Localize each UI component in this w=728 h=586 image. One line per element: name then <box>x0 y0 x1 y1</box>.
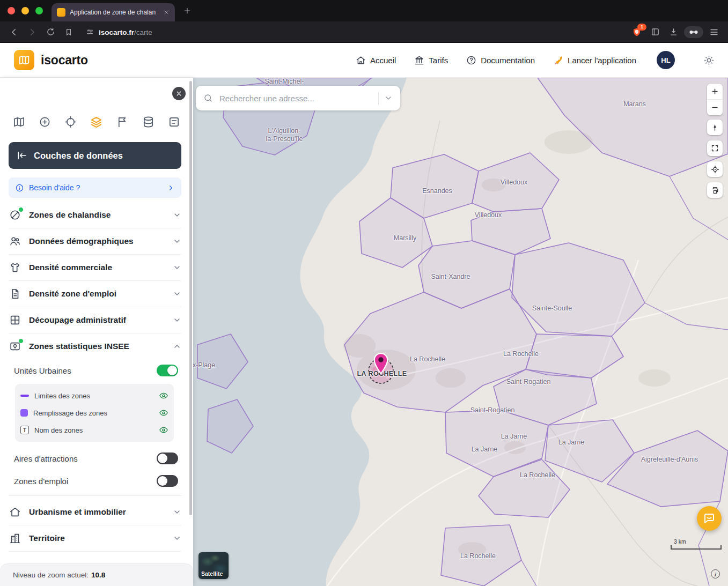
vpn-button[interactable] <box>684 26 703 38</box>
chevron-up-icon <box>173 342 181 351</box>
section-decoupage-administratif[interactable]: Découpage administratif <box>9 307 181 333</box>
grid-icon <box>9 314 21 327</box>
people-icon <box>9 235 21 248</box>
nav-tarifs[interactable]: Tarifs <box>414 55 448 65</box>
download-icon[interactable] <box>666 25 681 39</box>
section-zones-de-chalandise[interactable]: Zones de chalandise <box>9 202 181 228</box>
map-canvas[interactable] <box>193 78 728 586</box>
chevron-down-icon <box>173 211 181 219</box>
section-territoire[interactable]: Territoire <box>9 525 181 552</box>
basemap-toggle[interactable]: Satellite <box>198 552 229 579</box>
zones-emploi-toggle[interactable] <box>157 475 178 487</box>
print-button[interactable] <box>707 182 723 198</box>
sidebar-scrollbar[interactable] <box>189 81 192 515</box>
eye-icon[interactable] <box>159 408 168 418</box>
active-badge <box>18 207 24 212</box>
reload-icon[interactable] <box>43 25 58 39</box>
browser-tab[interactable]: Application de zone de chalan <box>52 3 175 21</box>
unites-urbaines-toggle[interactable] <box>157 365 178 376</box>
layer-sections: Zones de chalandise Données démographiqu… <box>9 202 181 552</box>
tab-close-icon[interactable] <box>163 9 170 16</box>
panel-title: Couches de données <box>34 151 123 161</box>
compass-button[interactable] <box>707 120 723 135</box>
back-icon[interactable] <box>6 25 21 39</box>
chevron-down-icon <box>173 290 181 298</box>
section-donnees-demographiques[interactable]: Données démographiques <box>9 228 181 255</box>
zoom-level-value: 10.8 <box>91 571 105 579</box>
toggle-row-aires-attractions: Aires d'attractions <box>9 447 181 470</box>
map-area: Saint-Michel-MaransL'Aiguillon-la-Presqu… <box>193 78 728 586</box>
section-densite-commerciale[interactable]: Densité commerciale <box>9 255 181 281</box>
isocarto-logo-icon[interactable] <box>14 50 34 70</box>
zoom-in-button[interactable] <box>707 84 723 100</box>
url-bar[interactable]: isocarto.fr/carte <box>79 24 626 40</box>
close-panel-button[interactable] <box>172 87 186 100</box>
avatar[interactable]: HL <box>657 51 675 69</box>
collapse-panel-icon[interactable] <box>17 150 27 161</box>
chevron-down-icon <box>173 534 181 543</box>
target-icon[interactable] <box>64 115 78 129</box>
section-zones-statistiques-insee[interactable]: Zones statistiques INSEE <box>9 333 181 359</box>
sublayer-limites: Limites des zones <box>20 387 168 404</box>
shirt-icon <box>9 261 21 274</box>
geolocate-button[interactable] <box>707 161 723 177</box>
forward-icon[interactable] <box>25 25 40 39</box>
section-urbanisme-immobilier[interactable]: Urbanisme et immobilier <box>9 499 181 525</box>
nav-accueil-label: Accueil <box>370 56 396 65</box>
bookmark-icon[interactable] <box>61 25 76 39</box>
nav-accueil[interactable]: Accueil <box>356 55 396 65</box>
chevron-down-icon <box>173 316 181 324</box>
flag-icon[interactable] <box>115 115 129 129</box>
map-icon[interactable] <box>12 115 26 129</box>
window-controls <box>8 7 43 14</box>
minimize-window-button[interactable] <box>21 7 29 14</box>
nav-documentation[interactable]: Documentation <box>466 55 535 65</box>
new-tab-button[interactable] <box>181 5 193 17</box>
brand-name[interactable]: isocarto <box>41 53 88 68</box>
rocket-icon <box>553 55 563 65</box>
catchment-icon <box>9 209 21 221</box>
active-badge <box>18 338 24 344</box>
attribution-info-icon[interactable]: i <box>711 569 720 578</box>
sidebar-toolbar <box>12 115 181 129</box>
line-swatch <box>20 395 29 397</box>
zoom-window-button[interactable] <box>35 7 43 14</box>
help-label: Besoin d'aide ? <box>29 183 80 192</box>
help-link[interactable]: Besoin d'aide ? <box>9 177 181 198</box>
chat-button[interactable] <box>697 506 722 531</box>
sidebar-panel-icon[interactable] <box>648 25 663 39</box>
zoom-out-button[interactable] <box>707 100 723 115</box>
fill-swatch <box>20 409 28 417</box>
legend-icon[interactable] <box>167 115 181 129</box>
site-settings-icon[interactable] <box>86 28 94 36</box>
browser-toolbar: isocarto.fr/carte 1 <box>0 21 728 43</box>
tab-favicon-icon <box>57 8 65 17</box>
aires-attractions-toggle[interactable] <box>157 453 178 464</box>
panel-header: Couches de données <box>9 142 181 169</box>
shield-icon[interactable]: 1 <box>629 25 644 39</box>
shield-badge: 1 <box>637 24 646 31</box>
nav-documentation-label: Documentation <box>481 56 535 65</box>
eye-icon[interactable] <box>159 391 168 400</box>
zoom-level-label: Niveau de zoom actuel: <box>13 571 89 579</box>
search-input[interactable] <box>218 93 373 103</box>
database-icon[interactable] <box>142 115 156 129</box>
nav-launch-label: Lancer l'application <box>568 56 636 65</box>
fullscreen-button[interactable] <box>707 140 723 156</box>
map-marker[interactable] <box>372 352 390 379</box>
close-window-button[interactable] <box>8 7 15 14</box>
eye-icon[interactable] <box>159 425 168 435</box>
search-divider <box>378 92 379 105</box>
layers-icon[interactable] <box>90 115 104 129</box>
nav-tarifs-label: Tarifs <box>429 56 448 65</box>
nav-launch-app[interactable]: Lancer l'application <box>553 55 636 65</box>
basemap-label: Satellite <box>201 570 223 577</box>
add-zone-icon[interactable] <box>38 115 52 129</box>
chevron-down-icon[interactable] <box>384 94 393 102</box>
section-densite-zone-emploi[interactable]: Densité zone d'emploi <box>9 281 181 307</box>
tab-title: Application de zone de chalan <box>70 9 159 16</box>
text-swatch: T <box>20 426 29 434</box>
menu-icon[interactable] <box>707 25 722 39</box>
theme-toggle-icon[interactable] <box>704 55 714 65</box>
info-icon <box>15 183 24 192</box>
